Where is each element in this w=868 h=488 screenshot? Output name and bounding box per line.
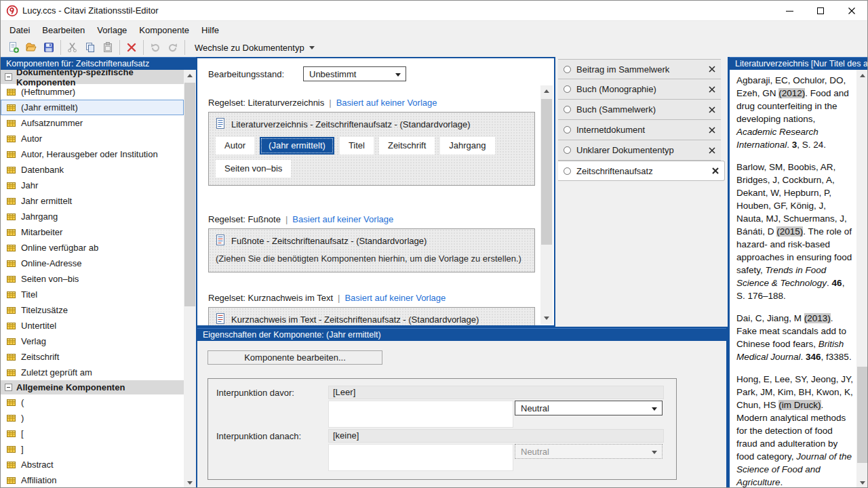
close-button[interactable] bbox=[836, 1, 867, 21]
component-item-seiten-von-bis[interactable]: Seiten von–bis bbox=[1, 271, 184, 287]
tree-group-allgemeine-komponenten[interactable]: Allgemeine Komponenten bbox=[1, 380, 184, 394]
template-chip-jahrgang[interactable]: Jahrgang bbox=[440, 137, 494, 155]
doctype-tab-internetdokument[interactable]: Internetdokument bbox=[558, 120, 721, 140]
doctype-tab-buch-sammelwerk[interactable]: Buch (Sammelwerk) bbox=[558, 100, 721, 120]
component-label: Titel bbox=[21, 289, 37, 300]
edit-component-button[interactable]: Komponente bearbeiten... bbox=[208, 350, 382, 365]
component-item-datenbank[interactable]: Datenbank bbox=[1, 162, 184, 178]
close-tab-icon[interactable] bbox=[709, 127, 715, 134]
redo-icon[interactable] bbox=[164, 39, 182, 56]
component-item-zuletzt-geprüft-am[interactable]: Zuletzt geprüft am bbox=[1, 365, 184, 380]
punctuation-before-dropdown[interactable]: Neutral bbox=[515, 401, 663, 415]
punctuation-before-label: Interpunktion davor: bbox=[216, 386, 328, 428]
component-item-titelzusätze[interactable]: Titelzusätze bbox=[1, 302, 184, 318]
scroll-up-icon[interactable] bbox=[184, 70, 196, 81]
component-item-mitarbeiter[interactable]: Mitarbeiter bbox=[1, 224, 184, 240]
scroll-down-icon[interactable] bbox=[540, 312, 553, 324]
template-chip-autor[interactable]: Autor bbox=[216, 137, 254, 155]
state-dropdown[interactable]: Unbestimmt bbox=[303, 66, 406, 81]
component-label: Online verfügbar ab bbox=[21, 243, 98, 253]
punctuation-after-dropdown[interactable]: Neutral bbox=[515, 444, 663, 459]
paste-icon[interactable] bbox=[99, 39, 117, 56]
component-item-jahrgang[interactable]: Jahrgang bbox=[1, 209, 184, 224]
punctuation-before-input[interactable] bbox=[328, 401, 513, 428]
component-item-online-verfügbar-ab[interactable]: Online verfügbar ab bbox=[1, 240, 184, 256]
based-on-template-link[interactable]: Basiert auf keiner Vorlage bbox=[292, 214, 393, 224]
based-on-template-link[interactable]: Basiert auf keiner Vorlage bbox=[336, 98, 437, 108]
scrollbar-thumb[interactable] bbox=[541, 99, 552, 245]
undo-icon[interactable] bbox=[146, 39, 164, 56]
component-item-jahr-ermittelt[interactable]: Jahr ermittelt bbox=[1, 193, 184, 209]
punctuation-before-value[interactable]: [Leer] bbox=[328, 386, 664, 399]
doctype-tab-zeitschriftenaufsatz[interactable]: Zeitschriftenaufsatz bbox=[558, 161, 725, 181]
close-tab-icon[interactable] bbox=[709, 66, 715, 73]
close-tab-icon[interactable] bbox=[712, 167, 719, 174]
component-item-untertitel[interactable]: Untertitel bbox=[1, 318, 184, 333]
component-item-abstract[interactable]: Abstract bbox=[1, 457, 184, 472]
radio-icon[interactable] bbox=[564, 146, 571, 154]
scroll-down-icon[interactable] bbox=[184, 477, 196, 488]
radio-icon[interactable] bbox=[564, 126, 571, 134]
component-item-aufsatznummer[interactable]: Aufsatznummer bbox=[1, 115, 184, 131]
switch-doctype-button[interactable]: Wechsle zu Dokumententyp bbox=[188, 40, 321, 56]
menu-vorlage[interactable]: Vorlage bbox=[91, 23, 133, 37]
scrollbar-thumb[interactable] bbox=[857, 367, 868, 463]
template-chip-jahr-ermittelt[interactable]: (Jahr ermittelt) bbox=[260, 137, 334, 155]
based-on-template-link[interactable]: Basiert auf keiner Vorlage bbox=[344, 293, 446, 303]
radio-icon[interactable] bbox=[564, 106, 571, 113]
doctype-tab-unklarer-dokumententyp[interactable]: Unklarer Dokumententyp bbox=[558, 140, 721, 161]
menu-hilfe[interactable]: Hilfe bbox=[195, 23, 225, 37]
component-item-online-adresse[interactable]: Online-Adresse bbox=[1, 256, 184, 271]
sidebar-scrollbar[interactable] bbox=[184, 70, 196, 488]
scroll-up-icon[interactable] bbox=[856, 70, 868, 81]
component-item-autor[interactable]: Autor bbox=[1, 131, 184, 146]
menu-bearbeiten[interactable]: Bearbeiten bbox=[36, 23, 91, 37]
close-tab-icon[interactable] bbox=[709, 106, 715, 113]
collapse-icon[interactable] bbox=[5, 73, 12, 81]
component-item-jahr-ermittelt[interactable]: (Jahr ermittelt) bbox=[1, 100, 184, 115]
component-item-item[interactable]: ) bbox=[1, 410, 184, 426]
menu-komponente[interactable]: Komponente bbox=[133, 23, 195, 37]
component-item-item[interactable]: ( bbox=[1, 394, 184, 410]
copy-icon[interactable] bbox=[81, 39, 99, 56]
template-box[interactable]: Fußnote - Zeitschriftenaufsatz - (Standa… bbox=[208, 228, 535, 272]
save-icon[interactable] bbox=[40, 39, 58, 56]
close-tab-icon[interactable] bbox=[709, 86, 715, 93]
menu-datei[interactable]: Datei bbox=[3, 23, 36, 37]
component-label: (Jahr ermittelt) bbox=[21, 102, 78, 113]
minimize-button[interactable] bbox=[774, 1, 805, 21]
scroll-down-icon[interactable] bbox=[856, 477, 868, 488]
radio-icon[interactable] bbox=[564, 85, 571, 93]
radio-icon[interactable] bbox=[564, 66, 571, 73]
punctuation-after-input[interactable] bbox=[328, 444, 513, 471]
tree-group-dokumententyp-spezifische-komponenten[interactable]: Dokumententyp-spezifische Komponenten bbox=[1, 70, 184, 84]
delete-icon[interactable] bbox=[123, 39, 140, 56]
bibliography-scrollbar[interactable] bbox=[856, 70, 868, 488]
radio-icon[interactable] bbox=[564, 167, 571, 175]
component-item-jahr[interactable]: Jahr bbox=[1, 178, 184, 193]
editor-scrollbar[interactable] bbox=[540, 85, 553, 324]
component-item-zeitschrift[interactable]: Zeitschrift bbox=[1, 349, 184, 365]
doctype-tab-beitrag-im-sammelwerk[interactable]: Beitrag im Sammelwerk bbox=[558, 59, 721, 79]
component-item-autor-herausgeber-oder-institution[interactable]: Autor, Herausgeber oder Institution bbox=[1, 146, 184, 162]
component-item-item[interactable]: [ bbox=[1, 426, 184, 441]
open-icon[interactable] bbox=[22, 39, 40, 56]
component-item-titel[interactable]: Titel bbox=[1, 287, 184, 302]
component-item-affiliation[interactable]: Affiliation bbox=[1, 472, 184, 488]
template-chip-seiten-von-bis[interactable]: Seiten von–bis bbox=[216, 160, 291, 178]
component-item-verlag[interactable]: Verlag bbox=[1, 333, 184, 349]
maximize-button[interactable] bbox=[805, 1, 836, 21]
template-box[interactable]: Literaturverzeichnis - Zeitschriftenaufs… bbox=[208, 112, 535, 186]
scrollbar-thumb[interactable] bbox=[184, 83, 195, 306]
punctuation-after-value[interactable]: [keine] bbox=[328, 429, 664, 443]
template-box[interactable]: Kurznachweis im Text - Zeitschriftenaufs… bbox=[208, 307, 535, 325]
component-item-item[interactable]: ] bbox=[1, 441, 184, 457]
collapse-icon[interactable] bbox=[5, 384, 12, 391]
close-tab-icon[interactable] bbox=[709, 147, 715, 154]
scroll-up-icon[interactable] bbox=[540, 85, 553, 97]
template-chip-zeitschrift[interactable]: Zeitschrift bbox=[379, 137, 435, 155]
new-style-icon[interactable] bbox=[5, 39, 22, 56]
doctype-tab-buch-monographie[interactable]: Buch (Monographie) bbox=[558, 79, 721, 100]
cut-icon[interactable] bbox=[64, 39, 81, 56]
template-chip-titel[interactable]: Titel bbox=[340, 137, 374, 155]
